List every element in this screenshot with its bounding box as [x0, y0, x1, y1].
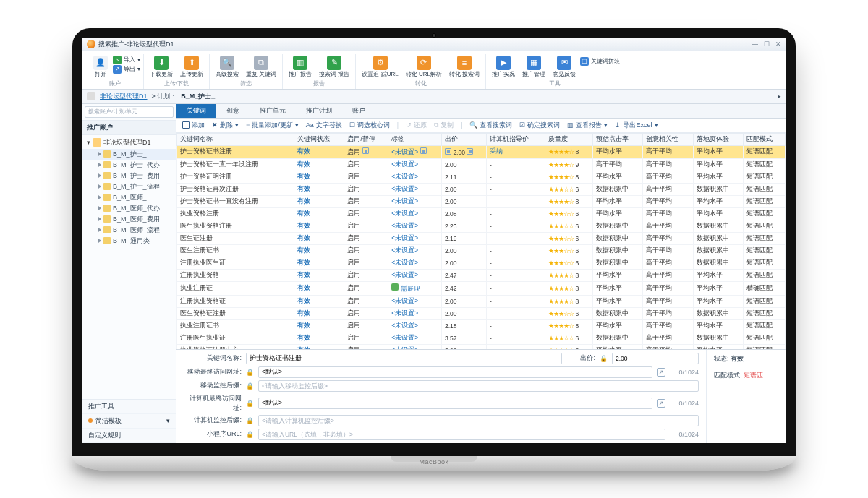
form-pc-url-input[interactable] [258, 398, 652, 409]
ribbon-convert-url[interactable]: ⟳转化 URL解析 [403, 54, 445, 79]
table-row[interactable]: 护士资格证一直十年没注册有效启用<未设置>2.00-★★★★☆ 9高于平均高于平… [177, 158, 786, 171]
sidebar-template[interactable]: 简洁模板▾ [82, 414, 176, 429]
form-miniapp-input[interactable] [258, 429, 665, 440]
search-adv-icon: 🔍 [220, 56, 234, 70]
table-row[interactable]: 执业注册证书有效启用<未设置>2.18-★★★★☆ 8平均水平高于平均平均水平短… [177, 319, 786, 332]
tb-core[interactable]: ☐ 调选核心词 [349, 121, 390, 130]
table-row[interactable]: 护士资格证明注册有效启用<未设置>2.11-★★★★☆ 8平均水平高于平均平均水… [177, 171, 786, 183]
table-row[interactable]: 执业注册证有效启用 需展现2.42-★★★★☆ 8平均水平高于平均平均水平精确匹… [177, 281, 786, 295]
tab[interactable]: 账户 [342, 104, 375, 118]
column-header[interactable]: 质量度 [545, 133, 593, 145]
breadcrumb-account[interactable]: 非论坛型代理D1 [100, 92, 148, 101]
window-minimize-icon[interactable]: — [752, 40, 758, 48]
table-row[interactable]: 医生执业资格注册有效启用<未设置>2.23-★★★☆☆ 6数据积累中高于平均数据… [177, 220, 786, 232]
column-header[interactable]: 出价 [442, 133, 487, 145]
sidebar-item[interactable]: B_M_护士_ [82, 149, 176, 160]
tb-bulk[interactable]: ≡ 批量添加/更新 ▾ [246, 121, 299, 130]
sidebar-item[interactable]: B_M_医师_ [82, 192, 176, 203]
breadcrumb-next-icon[interactable]: ▸ [778, 93, 781, 100]
sidebar-tools[interactable]: 推广工具 [82, 400, 176, 414]
sidebar-item[interactable]: B_M_医师_费用 [82, 214, 176, 225]
ribbon-open[interactable]: 👤 打开 [90, 54, 111, 79]
form-pc-track-input[interactable] [258, 415, 699, 426]
ribbon-search-report[interactable]: ✎搜索词 报告 [316, 54, 352, 79]
window-close-icon[interactable]: ✕ [775, 40, 781, 48]
sidebar-item[interactable]: B_M_医师_代办 [82, 203, 176, 214]
sidebar-item[interactable]: B_M_护士_代办 [82, 160, 176, 171]
tb-delete[interactable]: ✖ 删除 ▾ [212, 121, 239, 130]
column-header[interactable]: 创意相关性 [643, 133, 693, 145]
table-row[interactable]: 注册医生执业证有效启用<未设置>3.57-★★★☆☆ 6数据积累中高于平均数据积… [177, 332, 786, 344]
form-mobile-url-input[interactable] [258, 366, 652, 378]
table-row[interactable]: 护士资格证书一直没有注册有效启用<未设置>2.00-★★★★☆ 8平均水平高于平… [177, 195, 786, 207]
table-row[interactable]: 护士资格证再次注册有效启用<未设置>2.00-★★★☆☆ 6数据积累中高于平均数… [177, 183, 786, 195]
table-row[interactable]: 医生资格证注册有效启用<未设置>2.00-★★★☆☆ 6数据积累中高于平均数据积… [177, 307, 786, 319]
tb-export[interactable]: ⤓ 导出Excel ▾ [615, 121, 658, 130]
tb-search[interactable]: 🔍 查看搜索词 [469, 121, 512, 130]
sidebar-item[interactable]: B_M_护士_流程 [82, 181, 176, 192]
ribbon-dupkw[interactable]: ⧉重复 关键词 [243, 54, 279, 79]
sidebar-search-input[interactable] [85, 106, 174, 118]
ribbon-toolbar: 👤 打开 ↘导入 ▾ ↗导出 ▾ 账户 ⬇下载更新 ⬆上传更新 [82, 51, 786, 90]
open-link-icon[interactable]: ↗ [657, 368, 665, 377]
sidebar-item[interactable]: B_M_通用类 [82, 236, 176, 246]
column-header[interactable]: 落地页体验 [693, 133, 743, 145]
tb-copy[interactable]: ⧉ 复制 [434, 121, 454, 130]
chevron-right-icon [98, 184, 101, 189]
ribbon-settings-url[interactable]: ⚙设置追 踪URL [359, 54, 401, 79]
form-mobile-track-input[interactable] [258, 380, 699, 392]
tb-refine[interactable]: ☑ 确定搜索词 [519, 121, 560, 130]
edit-icon[interactable] [467, 148, 473, 155]
window-maximize-icon[interactable]: ☐ [764, 40, 770, 48]
column-header[interactable]: 匹配模式 [744, 133, 786, 145]
lock-icon: 🔒 [246, 417, 254, 424]
edit-icon[interactable] [420, 147, 427, 154]
sidebar-rules[interactable]: 自定义规则 [82, 429, 176, 443]
ribbon-export[interactable]: ↗导出 ▾ [113, 65, 140, 74]
ribbon-upload[interactable]: ⬆上传更新 [177, 54, 206, 79]
ribbon-promo-report[interactable]: ▥推广报告 [286, 54, 315, 79]
table-row[interactable]: 医生证注册有效启用<未设置>2.19-★★★☆☆ 6数据积累中高于平均数据积累中… [177, 232, 786, 244]
ribbon-promo-live[interactable]: ▶推广实况 [489, 54, 518, 79]
ribbon-feedback[interactable]: ✉意见反馈 [550, 54, 579, 79]
ribbon-download[interactable]: ⬇下载更新 [147, 54, 176, 79]
form-bid-input[interactable] [612, 353, 699, 364]
table-row[interactable]: 注册执业资格证有效启用<未设置>2.00-★★★★☆ 8平均水平高于平均平均水平… [177, 295, 786, 307]
breadcrumb: 非论坛型代理D1 > 计划： B_M_护士_ ▸ [82, 90, 786, 104]
column-header[interactable]: 关键词状态 [294, 133, 344, 145]
breadcrumb-arrow: > 计划： [152, 92, 177, 101]
folder-icon [103, 226, 111, 233]
table-row[interactable]: 注册执业医生证有效启用<未设置>2.00-★★★☆☆ 6数据积累中高于平均数据积… [177, 257, 786, 269]
tb-textrepl[interactable]: Aa 文字替换 [306, 121, 342, 130]
table-row[interactable]: 注册执业资格有效启用<未设置>2.47-★★★★☆ 8平均水平高于平均平均水平短… [177, 269, 786, 281]
table-row[interactable]: 医生注册证书有效启用<未设置>2.00-★★★☆☆ 6数据积累中高于平均数据积累… [177, 244, 786, 257]
column-header[interactable]: 预估点击率 [592, 133, 642, 145]
ribbon-advsearch[interactable]: 🔍高级搜索 [213, 54, 242, 79]
edit-icon[interactable] [445, 148, 451, 155]
column-header[interactable]: 标签 [388, 133, 442, 145]
ribbon-convert-kw[interactable]: ≡转化 搜索词 [446, 54, 482, 79]
sidebar-account[interactable]: ▾ 非论坛型代理D1 [82, 137, 176, 149]
ribbon-import[interactable]: ↘导入 ▾ [113, 56, 140, 64]
ribbon-promo-mgmt[interactable]: ▦推广管理 [519, 54, 548, 79]
tab[interactable]: 关键词 [176, 104, 216, 118]
open-link-icon[interactable]: ↗ [657, 399, 665, 408]
edit-icon[interactable] [362, 147, 369, 154]
tab[interactable]: 推广单元 [250, 104, 296, 118]
column-header[interactable]: 计算机指导价 [487, 133, 545, 145]
column-header[interactable]: 启用/暂停 [344, 133, 388, 145]
sidebar-item[interactable]: B_M_护士_费用 [82, 171, 176, 181]
tb-restore[interactable]: ↺ 还原 [406, 121, 427, 130]
ribbon-kw-decorate[interactable]: ◫关键词拼装 [580, 57, 620, 66]
sidebar-item[interactable]: B_M_医师_流程 [82, 225, 176, 236]
tb-report[interactable]: ▥ 查看报告 ▾ [567, 121, 608, 130]
tab[interactable]: 推广计划 [296, 104, 342, 118]
column-header[interactable]: 关键词名称 [177, 133, 294, 145]
folder-icon [103, 237, 111, 244]
form-name-input[interactable] [246, 353, 562, 364]
table-row[interactable]: 护士资格证书注册有效启用 <未设置> 2.00 采纳★★★★☆ 8平均水平高于平… [177, 145, 786, 158]
tab[interactable]: 创意 [216, 104, 250, 118]
table-row[interactable]: 执业资格注册有效启用<未设置>2.08-★★★☆☆ 6平均水平高于平均平均水平短… [177, 207, 786, 220]
tb-add[interactable]: 添加 [182, 121, 205, 130]
chart-icon: ▥ [293, 56, 307, 70]
